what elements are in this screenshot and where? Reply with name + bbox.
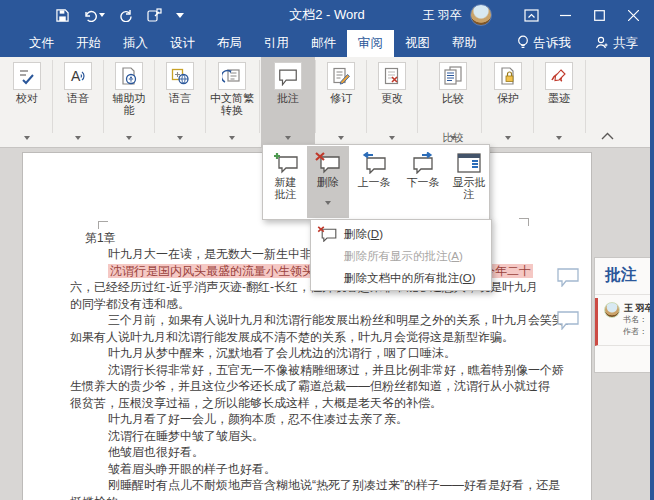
tell-me-button[interactable]: 告诉我 [505, 35, 584, 53]
track-changes-button[interactable]: 修订 [316, 57, 366, 148]
comment-author-avatar [604, 302, 620, 318]
comment-bubble-icon[interactable] [556, 310, 580, 334]
margin-crop-mark [98, 221, 108, 229]
delete-comment-icon [316, 226, 338, 242]
ribbon-group-divider [103, 60, 104, 133]
comment-icon [274, 62, 302, 90]
ribbon-group-divider [533, 60, 534, 133]
tab-home[interactable]: 开始 [65, 30, 112, 57]
ink-button[interactable]: 墨迹 [534, 57, 584, 148]
tab-design[interactable]: 设计 [159, 30, 206, 57]
next-comment-icon [410, 152, 436, 174]
ink-icon [545, 62, 573, 90]
accessibility-button[interactable]: 辅助功 能 [104, 57, 154, 148]
comment-bubble-icon[interactable] [556, 267, 580, 291]
ribbon-group-divider [417, 60, 418, 133]
touch-mode-icon[interactable] [147, 8, 162, 22]
redo-icon[interactable] [119, 8, 133, 22]
person-icon [595, 36, 608, 52]
previous-comment-icon [361, 152, 387, 174]
proofing-icon [13, 62, 41, 90]
dropdown-arrow-icon [367, 126, 417, 131]
ribbon-group-divider [481, 60, 482, 133]
group-label-compare: 比较 [419, 131, 487, 145]
save-icon[interactable] [56, 9, 69, 22]
tab-view[interactable]: 视图 [394, 30, 441, 57]
collapse-ribbon-icon[interactable] [601, 126, 614, 144]
comment-text-line: 作者： [623, 326, 647, 337]
ribbon: 校对 A 语音 辅助功 能 语言 中文简繁 转换 批注 [0, 57, 654, 148]
accessibility-icon [115, 62, 143, 90]
dropdown-arrow-icon [155, 126, 205, 131]
dropdown-arrow-icon [261, 126, 315, 131]
show-comments-icon [456, 152, 482, 174]
quick-access-toolbar [0, 8, 184, 22]
language-button[interactable]: 语言 [155, 57, 205, 148]
delete-comment-icon [315, 152, 341, 174]
changes-button[interactable]: 更改 [367, 57, 417, 148]
menu-item-delete-all-in-document[interactable]: 删除文档中的所有批注(O) [311, 267, 491, 289]
tab-mailings[interactable]: 邮件 [300, 30, 347, 57]
next-comment-button[interactable]: 下一条 [399, 146, 447, 218]
ribbon-group-divider [315, 60, 316, 133]
comments-button[interactable]: 批注 [261, 57, 315, 148]
new-comment-icon [273, 152, 299, 174]
compare-icon [439, 62, 467, 90]
speech-icon: A [64, 62, 92, 90]
comments-panel-title: 批注 [595, 258, 651, 295]
ribbon-group-divider [205, 60, 206, 133]
language-icon [166, 62, 194, 90]
tab-file[interactable]: 文件 [18, 30, 65, 57]
protect-icon [494, 62, 522, 90]
dropdown-arrow-icon [104, 126, 154, 131]
tab-insert[interactable]: 插入 [112, 30, 159, 57]
share-button[interactable]: 共享 [583, 35, 654, 52]
delete-comment-button[interactable]: 删除 [307, 146, 349, 218]
dropdown-arrow-icon [206, 126, 258, 131]
dropdown-arrow-icon [534, 126, 584, 131]
show-comments-button[interactable]: 显示批注 [448, 146, 490, 218]
proofing-button[interactable]: 校对 [2, 57, 52, 148]
protect-button[interactable]: 保护 [483, 57, 533, 148]
window-frame-border [650, 57, 654, 500]
user-avatar[interactable] [470, 4, 492, 26]
ribbon-group-divider [154, 60, 155, 133]
comments-panel: 批注 王 羽卒 书名： 作者： [594, 257, 651, 373]
speech-button[interactable]: A 语音 [53, 57, 103, 148]
ribbon-tab-bar: 文件 开始 插入 设计 布局 引用 邮件 审阅 视图 帮助 告诉我 共享 [0, 30, 654, 57]
tab-help[interactable]: 帮助 [441, 30, 488, 57]
title-bar: 文档2 - Word 王 羽卒 [0, 0, 654, 30]
tab-review[interactable]: 审阅 [347, 30, 394, 57]
new-comment-button[interactable]: 新建 批注 [264, 146, 307, 218]
minimize-button[interactable] [548, 0, 582, 30]
comment-card[interactable]: 王 羽卒 书名： 作者： [595, 298, 651, 346]
comment-text-line: 书名： [623, 314, 647, 325]
qat-customize-icon[interactable] [176, 13, 184, 18]
lightbulb-icon [517, 35, 529, 53]
dropdown-arrow-icon [2, 126, 52, 131]
changes-icon [378, 62, 406, 90]
user-name[interactable]: 王 羽卒 [423, 7, 462, 24]
svg-text:A: A [71, 68, 81, 84]
tab-references[interactable]: 引用 [253, 30, 300, 57]
previous-comment-button[interactable]: 上一条 [350, 146, 398, 218]
chinese-conversion-button[interactable]: 中文简繁 转换 [206, 57, 258, 148]
menu-item-delete[interactable]: 删除(D) [311, 223, 491, 245]
menu-item-delete-all-shown[interactable]: 删除所有显示的批注(A) [311, 245, 491, 267]
ribbon-group-divider [52, 60, 53, 133]
chinese-conversion-icon [218, 62, 246, 90]
dropdown-arrow-icon [307, 191, 349, 209]
maximize-button[interactable] [582, 0, 616, 30]
dropdown-arrow-icon [316, 126, 366, 131]
ribbon-display-options-icon[interactable] [514, 0, 548, 30]
dropdown-arrow-icon [53, 126, 103, 131]
undo-icon[interactable] [83, 9, 105, 22]
tab-layout[interactable]: 布局 [206, 30, 253, 57]
margin-crop-mark [519, 218, 529, 226]
ribbon-group-divider [259, 60, 260, 133]
comments-flyout-menu: 新建 批注 删除 上一条 下一条 显示批注 [262, 144, 490, 220]
word-window: 文档2 - Word 王 羽卒 文件 开始 插入 设计 布局 引用 邮件 审阅 … [0, 0, 654, 500]
close-button[interactable] [616, 0, 650, 30]
track-changes-icon [327, 62, 355, 90]
dropdown-arrow-icon [483, 126, 533, 131]
